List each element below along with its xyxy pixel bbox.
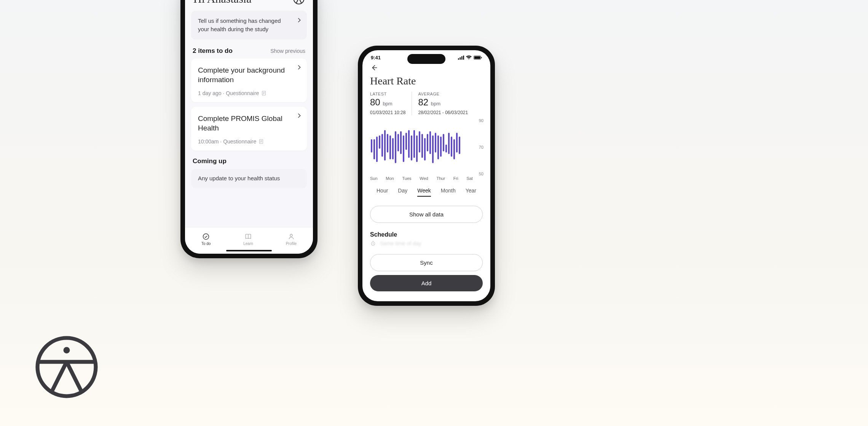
schedule-row: Same time of day bbox=[362, 240, 490, 248]
chevron-right-icon bbox=[297, 17, 302, 25]
banner-text: Tell us if something has changed your he… bbox=[198, 17, 281, 32]
chart-bar bbox=[413, 130, 415, 158]
tab-bar: To do Learn Profile bbox=[185, 227, 313, 254]
chart-bar bbox=[381, 134, 383, 157]
stat-average: AVERAGE 82 bpm 28/02/2021 - 06/03/2021 bbox=[412, 92, 474, 115]
chart-bar bbox=[392, 138, 394, 159]
clock-icon bbox=[370, 240, 376, 246]
chart-bar bbox=[451, 137, 452, 157]
x-tick: Sun bbox=[370, 176, 378, 181]
chart-bar bbox=[395, 131, 396, 163]
chart-x-axis: Sun Mon Tues Wed Thur Fri Sat bbox=[370, 174, 473, 181]
chart-bar bbox=[416, 135, 418, 162]
chart-bar bbox=[432, 135, 434, 164]
stat-latest: LATEST 80 bpm 01/03/2021 10:28 bbox=[370, 92, 412, 115]
chart-bar bbox=[448, 133, 450, 154]
todo-section-title: 2 items to do bbox=[193, 47, 233, 55]
chart-bar bbox=[419, 131, 420, 153]
card-title: Complete PROMIS Global Health bbox=[198, 114, 292, 133]
health-change-banner[interactable]: Tell us if something has changed your he… bbox=[191, 11, 307, 40]
x-tick: Tues bbox=[402, 176, 411, 181]
brand-logo-icon[interactable] bbox=[293, 0, 305, 5]
questionnaire-icon bbox=[261, 91, 266, 96]
check-circle-icon bbox=[202, 233, 210, 240]
chart-bar bbox=[437, 135, 439, 159]
range-tabs: Hour Day Week Month Year bbox=[362, 181, 490, 200]
card-meta: 10:00am · Questionnaire bbox=[198, 138, 256, 145]
x-tick: Sat bbox=[466, 176, 473, 181]
card-meta: 1 day ago · Questionnaire bbox=[198, 90, 259, 96]
chart-bar bbox=[440, 137, 442, 157]
card-title: Complete your background information bbox=[198, 65, 292, 85]
upcoming-card: Any update to your health status bbox=[191, 169, 307, 188]
chart-bar bbox=[427, 134, 428, 151]
chart-bar bbox=[371, 139, 372, 153]
book-icon bbox=[244, 233, 252, 240]
y-tick: 90 bbox=[479, 118, 483, 123]
stat-unit: bpm bbox=[383, 101, 392, 106]
stat-sub: 28/02/2021 - 06/03/2021 bbox=[418, 110, 468, 115]
chart-bar bbox=[453, 139, 455, 159]
stat-sub: 01/03/2021 10:28 bbox=[370, 110, 405, 115]
svg-rect-27 bbox=[481, 57, 482, 59]
chart-bar bbox=[424, 138, 426, 161]
range-tab-year[interactable]: Year bbox=[466, 188, 476, 197]
chart-bars bbox=[370, 121, 473, 174]
tab-label: To do bbox=[201, 242, 211, 246]
chart-bar bbox=[389, 135, 391, 159]
chart-bar bbox=[459, 137, 460, 154]
y-tick: 70 bbox=[479, 145, 483, 149]
stat-value: 82 bbox=[418, 97, 428, 107]
chart-bar bbox=[384, 130, 386, 161]
svg-line-8 bbox=[296, 0, 299, 3]
chart-y-axis: 90 70 50 bbox=[479, 118, 483, 176]
svg-rect-22 bbox=[460, 57, 461, 60]
svg-point-20 bbox=[290, 234, 292, 236]
page-title: Heart Rate bbox=[362, 74, 490, 92]
y-tick: 50 bbox=[479, 172, 483, 176]
wifi-icon bbox=[466, 56, 472, 60]
add-button[interactable]: Add bbox=[370, 275, 483, 291]
x-tick: Thur bbox=[436, 176, 445, 181]
stat-label: LATEST bbox=[370, 92, 405, 96]
battery-icon bbox=[474, 56, 482, 60]
chart-bar bbox=[379, 135, 380, 149]
x-tick: Fri bbox=[453, 176, 458, 181]
show-previous-link[interactable]: Show previous bbox=[270, 48, 305, 54]
svg-point-18 bbox=[203, 234, 209, 239]
chart-bar bbox=[408, 130, 410, 158]
todo-card[interactable]: Complete PROMIS Global Health 10:00am · … bbox=[191, 107, 307, 151]
stat-unit: bpm bbox=[431, 101, 440, 106]
range-tab-month[interactable]: Month bbox=[441, 188, 456, 197]
chart-bar bbox=[435, 133, 436, 153]
status-time: 9:41 bbox=[371, 55, 381, 60]
tab-label: Profile bbox=[286, 242, 297, 246]
svg-line-3 bbox=[51, 362, 67, 393]
range-tab-hour[interactable]: Hour bbox=[377, 188, 388, 197]
svg-rect-24 bbox=[463, 56, 464, 60]
chart-bar bbox=[387, 134, 388, 153]
tab-profile[interactable]: Profile bbox=[286, 233, 297, 246]
chart-bar bbox=[376, 137, 378, 162]
chart-bar bbox=[429, 131, 431, 154]
arrow-left-icon bbox=[370, 64, 378, 72]
svg-point-0 bbox=[38, 338, 96, 396]
svg-point-1 bbox=[64, 347, 70, 353]
tab-label: Learn bbox=[243, 242, 253, 246]
range-tab-day[interactable]: Day bbox=[398, 188, 407, 197]
show-all-data-button[interactable]: Show all data bbox=[370, 206, 483, 223]
dynamic-island bbox=[407, 54, 445, 64]
svg-rect-23 bbox=[461, 56, 463, 60]
chart-bar bbox=[373, 139, 375, 159]
todo-card[interactable]: Complete your background information 1 d… bbox=[191, 59, 307, 102]
person-icon bbox=[287, 233, 295, 240]
tab-todo[interactable]: To do bbox=[201, 233, 211, 246]
svg-rect-21 bbox=[458, 58, 459, 60]
sync-button[interactable]: Sync bbox=[370, 254, 483, 271]
upcoming-text: Any update to your health status bbox=[198, 175, 280, 181]
stats-row: LATEST 80 bpm 01/03/2021 10:28 AVERAGE 8… bbox=[362, 92, 490, 118]
questionnaire-icon bbox=[258, 139, 264, 144]
tab-learn[interactable]: Learn bbox=[243, 233, 253, 246]
range-tab-week[interactable]: Week bbox=[417, 188, 431, 197]
svg-rect-26 bbox=[474, 56, 480, 59]
